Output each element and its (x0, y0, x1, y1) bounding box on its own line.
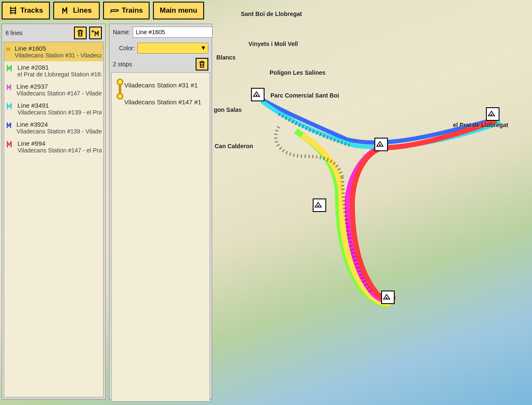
line-item-sub: Viladecans Station #139 - Viladecans (16, 128, 101, 135)
line-icon (6, 121, 14, 130)
place-label: el Prat de Llobregat (453, 122, 508, 128)
trains-button[interactable]: Trains (103, 2, 150, 19)
line-item[interactable]: Line #3491 Viladecans Station #139 - el … (4, 99, 103, 118)
name-label: Name: (113, 29, 130, 35)
line-item[interactable]: Line #994 Viladecans Station #147 - el P… (4, 137, 103, 156)
line-item[interactable]: Line #2937 Viladecans Station #147 - Vil… (4, 80, 103, 99)
tracks-button[interactable]: Tracks (2, 2, 50, 19)
place-label: Blancs (216, 54, 236, 61)
lines-label: Lines (73, 6, 92, 15)
line-icon (6, 83, 14, 92)
svg-point-0 (256, 95, 257, 96)
trash-icon (197, 60, 207, 69)
stop-item[interactable]: Viladecans Station #147 #1 (124, 95, 205, 108)
line-item-sub: Viladecans Station #31 - Viladecans Stat… (15, 52, 101, 59)
line-item-name: Line #2081 (17, 64, 101, 71)
line-item-name: Line #3491 (17, 102, 101, 109)
place-label: Polígon Les Salines (270, 69, 325, 76)
app-root: Sant Boi de Llobregat Vinyets i Molí Vel… (0, 0, 532, 405)
line-item-name: Line #1605 (15, 45, 101, 52)
lines-list: Line #1605 Viladecans Station #31 - Vila… (4, 42, 104, 397)
place-label: gon Salas (214, 106, 242, 113)
line-item-sub: Viladecans Station #139 - el Prat (17, 109, 101, 116)
line-item[interactable]: Line #2081 el Prat de Llobregat Station … (4, 61, 103, 80)
line-detail-panel: Name: Color: ▼ 2 stops (109, 24, 212, 400)
svg-point-1 (379, 144, 381, 146)
station-marker[interactable] (374, 138, 388, 151)
svg-point-3 (317, 205, 319, 207)
stop-connector (116, 79, 124, 108)
trains-icon (110, 6, 119, 15)
station-icon (375, 139, 385, 148)
stop-item[interactable]: Viladecans Station #31 #1 (124, 79, 205, 91)
line-item[interactable]: Line #3924 Viladecans Station #139 - Vil… (4, 118, 103, 137)
line-name-input[interactable] (133, 27, 213, 38)
stops-list: Viladecans Station #31 #1 Viladecans Sta… (111, 72, 210, 402)
tracks-label: Tracks (20, 6, 43, 15)
line-item-sub: el Prat de Llobregat Station #163 (17, 71, 101, 78)
chevron-down-icon: ▼ (200, 44, 206, 51)
station-icon (314, 199, 323, 209)
line-item[interactable]: Line #1605 Viladecans Station #31 - Vila… (4, 42, 103, 61)
trash-icon (76, 28, 85, 38)
trains-label: Trains (122, 6, 143, 15)
delete-stop-button[interactable] (196, 58, 208, 71)
svg-point-4 (386, 297, 387, 299)
name-row: Name: (109, 24, 212, 40)
tracks-icon (8, 6, 18, 15)
place-label: Vinyets i Molí Vell (248, 41, 298, 47)
stop-name: Viladecans Station #147 #1 (124, 98, 201, 106)
line-item-name: Line #2937 (16, 83, 101, 90)
place-label: Sant Boi de Llobregat (241, 11, 302, 17)
line-icon (6, 45, 12, 54)
stop-name: Viladecans Station #31 #1 (124, 82, 198, 89)
line-item-name: Line #994 (17, 140, 101, 147)
stops-header: 2 stops (109, 56, 212, 72)
station-marker[interactable] (251, 88, 265, 101)
top-toolbar: Tracks Lines Trains Main menu (2, 2, 204, 19)
lines-icon (61, 6, 71, 15)
line-icon (6, 140, 15, 149)
plus-lines-icon (91, 28, 100, 38)
stop-link-icon (119, 84, 121, 94)
main-menu-button[interactable]: Main menu (153, 2, 204, 19)
color-row: Color: ▼ (109, 40, 212, 56)
station-icon (252, 89, 261, 98)
main-menu-label: Main menu (160, 6, 197, 15)
lines-count-label: 6 lines (5, 30, 71, 36)
line-icon (6, 64, 15, 73)
color-label: Color: (113, 45, 135, 52)
svg-point-2 (491, 114, 492, 116)
new-line-button[interactable] (89, 27, 102, 39)
delete-line-button[interactable] (74, 27, 87, 39)
place-label: Parc Comercial Sant Boi (270, 92, 339, 99)
station-marker[interactable] (486, 107, 499, 121)
station-marker[interactable] (381, 291, 395, 304)
line-item-sub: Viladecans Station #147 - el Prat (17, 147, 101, 154)
lines-button[interactable]: Lines (53, 2, 100, 19)
stop-dot-icon (117, 93, 123, 100)
station-icon (382, 291, 391, 301)
line-icon (6, 102, 15, 111)
lines-panel: 6 lines Line #1605 Viladecans Station #3… (2, 24, 106, 400)
line-item-name: Line #3924 (16, 121, 101, 128)
color-dropdown[interactable]: ▼ (137, 43, 208, 54)
station-icon (487, 108, 496, 117)
stops-count-label: 2 stops (113, 61, 193, 68)
line-item-sub: Viladecans Station #147 - Viladecans (16, 90, 101, 97)
lines-panel-header: 6 lines (2, 24, 105, 42)
place-label: Can Calderon (215, 143, 253, 149)
station-marker[interactable] (313, 198, 326, 212)
